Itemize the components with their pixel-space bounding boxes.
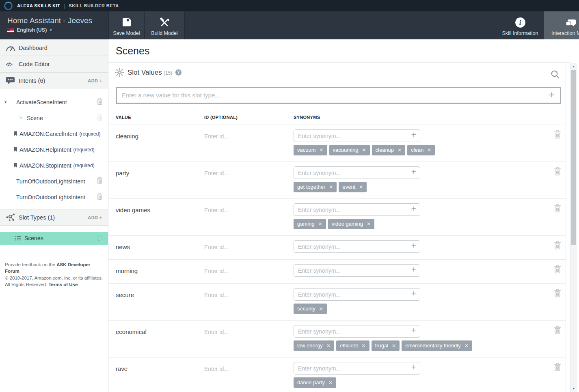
slot-snowflake-icon: ✳ bbox=[19, 115, 23, 121]
id-input[interactable]: Enter id... bbox=[204, 366, 229, 372]
synonym-input[interactable]: Enter synonym...+ bbox=[294, 203, 420, 216]
sidebar-item-dashboard[interactable]: Dashboard bbox=[0, 39, 108, 56]
remove-synonym-x-icon[interactable]: ✕ bbox=[362, 343, 366, 349]
remove-synonym-x-icon[interactable]: ✕ bbox=[464, 343, 469, 349]
new-slot-value-input[interactable]: Enter a new value for this slot type... … bbox=[116, 87, 561, 104]
remove-synonym-x-icon[interactable]: ✕ bbox=[392, 343, 396, 349]
intent-bubble-icon bbox=[6, 77, 19, 85]
synonym-input[interactable]: Enter synonym...+ bbox=[294, 166, 420, 179]
add-synonym-plus-icon[interactable]: + bbox=[411, 167, 416, 177]
id-input[interactable]: Enter id... bbox=[204, 170, 229, 177]
delete-row-trash-icon[interactable] bbox=[554, 265, 561, 275]
locale-selector[interactable]: English (US) ▼ bbox=[7, 27, 92, 33]
synonym-tag-label: vacuum bbox=[297, 147, 316, 153]
sidebar-intent-item[interactable]: AMAZON.StopIntent(required) bbox=[0, 157, 108, 173]
synonym-input[interactable]: Enter synonym...+ bbox=[294, 264, 420, 277]
remove-synonym-x-icon[interactable]: ✕ bbox=[367, 221, 371, 227]
delete-row-trash-icon[interactable] bbox=[554, 241, 561, 251]
add-intent-button[interactable]: ADD + bbox=[88, 78, 102, 83]
slot-value-text: news bbox=[116, 243, 130, 250]
remove-synonym-x-icon[interactable]: ✕ bbox=[328, 380, 333, 386]
add-slot-type-button[interactable]: ADD + bbox=[88, 215, 102, 220]
scroll-down-arrow-icon[interactable]: ▼ bbox=[570, 387, 577, 390]
add-synonym-plus-icon[interactable]: + bbox=[411, 289, 416, 298]
help-icon[interactable]: ? bbox=[175, 69, 181, 75]
remove-synonym-x-icon[interactable]: ✕ bbox=[318, 221, 322, 227]
synonym-placeholder: Enter synonym... bbox=[298, 133, 341, 139]
synonym-input[interactable]: Enter synonym...+ bbox=[294, 129, 420, 142]
terms-of-use-link[interactable]: Terms of Use bbox=[48, 282, 78, 287]
id-input[interactable]: Enter id... bbox=[204, 329, 229, 335]
remove-synonym-x-icon[interactable]: ✕ bbox=[359, 184, 363, 190]
remove-synonym-x-icon[interactable]: ✕ bbox=[362, 147, 366, 153]
id-input[interactable]: Enter id... bbox=[204, 268, 229, 274]
add-synonym-plus-icon[interactable]: + bbox=[411, 204, 416, 213]
remove-synonym-x-icon[interactable]: ✕ bbox=[329, 184, 333, 190]
scroll-up-arrow-icon[interactable]: ▲ bbox=[570, 65, 577, 68]
synonym-input[interactable]: Enter synonym...+ bbox=[294, 325, 420, 338]
vertical-scrollbar[interactable]: ▲ ▼ bbox=[570, 63, 577, 392]
synonym-input[interactable]: Enter synonym...+ bbox=[294, 362, 420, 375]
delete-row-trash-icon[interactable] bbox=[554, 130, 561, 140]
sidebar-intent-item[interactable]: AMAZON.HelpIntent(required) bbox=[0, 142, 108, 157]
remove-synonym-x-icon[interactable]: ✕ bbox=[319, 306, 323, 312]
delete-row-trash-icon[interactable] bbox=[554, 363, 561, 373]
chevron-down-icon[interactable]: ▾ bbox=[4, 100, 6, 104]
page-title: Scenes bbox=[116, 45, 149, 57]
alexa-logo-icon bbox=[4, 2, 13, 10]
sidebar-intent-item[interactable]: TurnOffOutdoorLightsIntent bbox=[0, 173, 108, 189]
sidebar-item-label: Intents (6) bbox=[19, 78, 45, 84]
delete-row-trash-icon[interactable] bbox=[554, 326, 561, 336]
delete-row-trash-icon[interactable] bbox=[554, 167, 561, 177]
synonym-placeholder: Enter synonym... bbox=[298, 170, 341, 176]
synonym-input[interactable]: Enter synonym...+ bbox=[294, 288, 420, 301]
slot-values-table: cleaningEnter id...Enter synonym...+vacu… bbox=[108, 125, 566, 392]
scrollbar-thumb[interactable] bbox=[571, 70, 576, 245]
sidebar-item-code-editor[interactable]: </> Code Editor bbox=[0, 56, 108, 73]
delete-trash-icon[interactable] bbox=[97, 177, 103, 185]
id-input[interactable]: Enter id... bbox=[204, 244, 229, 250]
add-synonym-plus-icon[interactable]: + bbox=[411, 265, 416, 274]
delete-row-trash-icon[interactable] bbox=[554, 289, 561, 299]
brand-title: ALEXA SKILLS KIT bbox=[17, 3, 60, 8]
add-synonym-plus-icon[interactable]: + bbox=[411, 130, 416, 140]
remove-synonym-x-icon[interactable]: ✕ bbox=[398, 147, 402, 153]
delete-row-trash-icon[interactable] bbox=[554, 204, 561, 214]
add-synonym-plus-icon[interactable]: + bbox=[411, 325, 416, 335]
remove-synonym-x-icon[interactable]: ✕ bbox=[427, 147, 431, 153]
build-model-button[interactable]: Build Model bbox=[145, 11, 185, 39]
synonym-placeholder: Enter synonym... bbox=[298, 328, 341, 335]
id-input[interactable]: Enter id... bbox=[204, 292, 229, 298]
synonym-tags: security✕ bbox=[294, 304, 327, 314]
add-synonym-plus-icon[interactable]: + bbox=[411, 241, 416, 250]
delete-trash-icon[interactable] bbox=[97, 98, 103, 106]
tab-skill-information[interactable]: i Skill Information bbox=[490, 11, 551, 39]
sidebar-intent-item[interactable]: AMAZON.CancelIntent(required) bbox=[0, 126, 108, 142]
tab-skill-information-label: Skill Information bbox=[502, 30, 538, 36]
synonym-tag-label: gaming bbox=[297, 221, 315, 227]
sidebar-slot-type-scenes[interactable]: Scenes bbox=[0, 232, 108, 245]
sidebar-item-slot-types[interactable]: Slot Types (1) ADD + bbox=[0, 209, 108, 226]
required-suffix: (required) bbox=[73, 147, 95, 153]
search-icon[interactable] bbox=[551, 70, 560, 80]
save-model-button[interactable]: Save Model bbox=[108, 11, 145, 39]
add-value-plus-icon[interactable]: + bbox=[549, 89, 555, 101]
bookmark-icon bbox=[13, 147, 17, 152]
skill-block: Home Assistant - Jeeves English (US) ▼ bbox=[7, 16, 92, 33]
sidebar-intent-item[interactable]: ▾ActivateSceneIntent bbox=[0, 94, 108, 110]
synonym-input[interactable]: Enter synonym...+ bbox=[294, 240, 420, 253]
id-input[interactable]: Enter id... bbox=[204, 133, 229, 140]
remove-synonym-x-icon[interactable]: ✕ bbox=[326, 343, 331, 349]
pending-delete-icon[interactable] bbox=[96, 235, 103, 243]
synonym-tags: gaming✕video gaming✕ bbox=[294, 219, 374, 229]
delete-trash-icon[interactable] bbox=[97, 193, 103, 201]
add-synonym-plus-icon[interactable]: + bbox=[411, 362, 416, 372]
sidebar-intent-item[interactable]: TurnOnOutdoorLightsIntent bbox=[0, 189, 108, 205]
sidebar-intent-item[interactable]: ✳Scene bbox=[0, 110, 108, 126]
id-input[interactable]: Enter id... bbox=[204, 207, 229, 213]
tab-interaction-model[interactable]: Interaction Model bbox=[544, 11, 579, 39]
synonym-tag: efficient✕ bbox=[336, 340, 369, 351]
intent-label: AMAZON.HelpIntent bbox=[19, 146, 71, 153]
sidebar-item-intents[interactable]: Intents (6) ADD + bbox=[0, 73, 108, 89]
remove-synonym-x-icon[interactable]: ✕ bbox=[320, 147, 324, 153]
